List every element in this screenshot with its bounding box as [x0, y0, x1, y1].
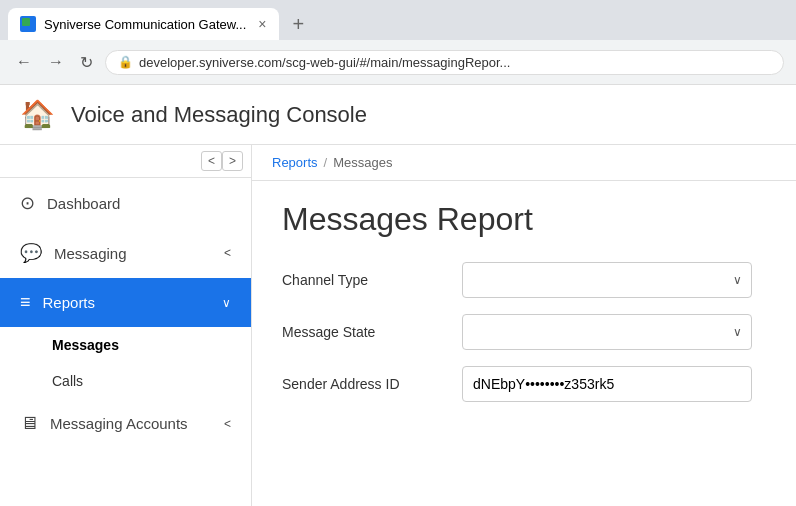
message-state-select-wrapper: ∨: [462, 314, 752, 350]
forward-button[interactable]: →: [44, 49, 68, 75]
sidebar: < > ⊙ Dashboard 💬 Messaging < ≡ Reports …: [0, 145, 252, 506]
back-button[interactable]: ←: [12, 49, 36, 75]
sidebar-collapse-right[interactable]: >: [222, 151, 243, 171]
form-row-channel-type: Channel Type ∨: [282, 262, 766, 298]
sidebar-sub-item-label: Messages: [52, 337, 119, 353]
chevron-down-icon: ∨: [222, 296, 231, 310]
app-header: 🏠 Voice and Messaging Console: [0, 85, 796, 145]
new-tab-button[interactable]: +: [287, 13, 311, 36]
breadcrumb-parent[interactable]: Reports: [272, 155, 318, 170]
message-state-select[interactable]: [462, 314, 752, 350]
browser-chrome: Syniverse Communication Gatew... × + ← →…: [0, 0, 796, 85]
sidebar-item-reports[interactable]: ≡ Reports ∨: [0, 278, 251, 327]
address-bar-row: ← → ↻ 🔒 developer.syniverse.com/scg-web-…: [0, 40, 796, 84]
tab-bar: Syniverse Communication Gatew... × +: [0, 0, 796, 40]
page-body: Messages Report Channel Type ∨ Message S…: [252, 181, 796, 438]
chevron-left-icon: <: [224, 417, 231, 431]
tab-favicon: [20, 16, 36, 32]
sender-address-id-label: Sender Address ID: [282, 376, 442, 392]
sidebar-item-messaging-accounts[interactable]: 🖥 Messaging Accounts <: [0, 399, 251, 448]
sidebar-sub-item-messages[interactable]: Messages: [0, 327, 251, 363]
sidebar-item-label: Messaging Accounts: [50, 415, 212, 432]
tab-title: Syniverse Communication Gatew...: [44, 17, 246, 32]
breadcrumb-current: Messages: [333, 155, 392, 170]
dashboard-icon: ⊙: [20, 192, 35, 214]
active-tab[interactable]: Syniverse Communication Gatew... ×: [8, 8, 279, 40]
sidebar-item-dashboard[interactable]: ⊙ Dashboard: [0, 178, 251, 228]
sidebar-nav-controls: < >: [0, 145, 251, 178]
reports-icon: ≡: [20, 292, 31, 313]
sender-address-id-input[interactable]: [462, 366, 752, 402]
tab-close-button[interactable]: ×: [258, 16, 266, 32]
messaging-accounts-icon: 🖥: [20, 413, 38, 434]
channel-type-select[interactable]: [462, 262, 752, 298]
channel-type-label: Channel Type: [282, 272, 442, 288]
form-row-message-state: Message State ∨: [282, 314, 766, 350]
url-text: developer.syniverse.com/scg-web-gui/#/ma…: [139, 55, 510, 70]
sidebar-sub-item-calls[interactable]: Calls: [0, 363, 251, 399]
message-state-label: Message State: [282, 324, 442, 340]
chevron-left-icon: <: [224, 246, 231, 260]
sidebar-item-label: Messaging: [54, 245, 212, 262]
sidebar-collapse-left[interactable]: <: [201, 151, 222, 171]
app-title: Voice and Messaging Console: [71, 102, 367, 128]
page-title: Messages Report: [282, 201, 766, 238]
sidebar-item-messaging[interactable]: 💬 Messaging <: [0, 228, 251, 278]
breadcrumb: Reports / Messages: [252, 145, 796, 181]
page-content: Reports / Messages Messages Report Chann…: [252, 145, 796, 506]
sidebar-sub-item-label: Calls: [52, 373, 83, 389]
form-row-sender-address-id: Sender Address ID: [282, 366, 766, 402]
breadcrumb-separator: /: [324, 155, 328, 170]
lock-icon: 🔒: [118, 55, 133, 69]
sidebar-item-label: Reports: [43, 294, 210, 311]
messaging-icon: 💬: [20, 242, 42, 264]
channel-type-select-wrapper: ∨: [462, 262, 752, 298]
main-content: < > ⊙ Dashboard 💬 Messaging < ≡ Reports …: [0, 145, 796, 506]
refresh-button[interactable]: ↻: [76, 49, 97, 76]
address-bar[interactable]: 🔒 developer.syniverse.com/scg-web-gui/#/…: [105, 50, 784, 75]
sidebar-item-label: Dashboard: [47, 195, 231, 212]
app-container: 🏠 Voice and Messaging Console < > ⊙ Dash…: [0, 85, 796, 506]
home-icon[interactable]: 🏠: [20, 98, 55, 131]
